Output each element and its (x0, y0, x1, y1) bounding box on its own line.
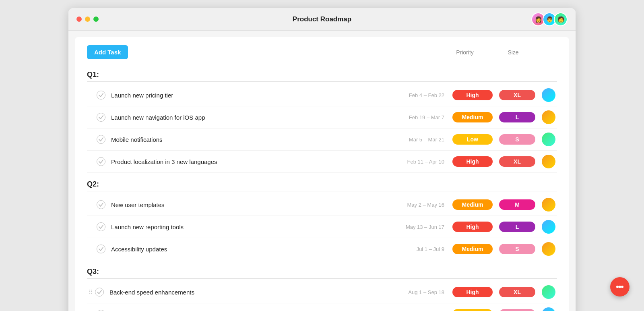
task-row: Accessibility updates Jul 1 – Jul 9 Medi… (87, 238, 557, 260)
task-row: Mobile notifications Mar 5 – Mar 21 Low … (87, 129, 557, 151)
column-headers: Priority Size (443, 49, 557, 56)
maximize-button[interactable] (93, 17, 99, 22)
collaborator-avatar-3: 🧑 (554, 12, 568, 26)
priority-badge[interactable]: High (452, 156, 493, 167)
avatar (542, 285, 555, 299)
section-label-1: Q2: (87, 180, 557, 191)
section-label-2: Q3: (87, 267, 557, 279)
main-content: Add Task Priority Size Q1: Launch new pr… (75, 37, 569, 311)
task-checkbox[interactable] (97, 200, 105, 209)
task-checkbox[interactable] (97, 157, 105, 166)
size-header: Size (491, 49, 535, 56)
section-2: Q3: ⠿ Back-end speed enhancements Aug 1 … (87, 267, 557, 311)
size-badge[interactable]: L (499, 112, 535, 122)
avatar (542, 242, 555, 256)
task-date: Mar 5 – Mar 21 (388, 137, 444, 143)
task-row: Launch new navigation for iOS app Feb 19… (87, 106, 557, 129)
task-row: Launch new reporting tools May 13 – Jun … (87, 216, 557, 238)
section-1: Q2: New user templates May 2 – May 16 Me… (87, 180, 557, 260)
svg-point-0 (616, 286, 619, 288)
fab-button[interactable] (610, 277, 630, 296)
drag-handle[interactable]: ⠿ (89, 289, 93, 295)
add-task-button[interactable]: Add Task (87, 45, 128, 59)
fab-icon (615, 282, 624, 291)
titlebar: Product Roadmap 👩 👨 🧑 (68, 8, 576, 31)
task-name: Launch new pricing tier (111, 92, 388, 99)
size-badge[interactable]: XL (499, 90, 535, 100)
assignee-header (539, 49, 557, 56)
avatar (542, 110, 555, 124)
avatar (542, 307, 555, 311)
size-badge[interactable]: XL (499, 156, 535, 167)
task-name: Accessibility updates (111, 246, 388, 253)
task-row: Custom reporting Sep 9 – Sep 13 Low S (87, 303, 557, 311)
task-name: New user templates (111, 201, 388, 208)
task-date: Aug 1 – Sep 18 (388, 289, 444, 295)
task-name: Launch new reporting tools (111, 224, 388, 230)
traffic-lights (76, 17, 99, 22)
task-checkbox[interactable] (97, 222, 105, 231)
task-date: Jul 1 – Jul 9 (388, 246, 444, 252)
size-badge[interactable]: S (499, 244, 535, 254)
size-badge[interactable]: L (499, 222, 535, 232)
svg-point-2 (621, 286, 623, 288)
task-name: Back-end speed enhancements (109, 289, 388, 296)
section-label-0: Q1: (87, 70, 557, 82)
task-date: Feb 11 – Apr 10 (388, 159, 444, 165)
size-badge[interactable]: XL (499, 287, 535, 297)
avatar (542, 155, 555, 168)
priority-badge[interactable]: High (452, 90, 493, 100)
section-0: Q1: Launch new pricing tier Feb 4 – Feb … (87, 70, 557, 173)
sections-container: Q1: Launch new pricing tier Feb 4 – Feb … (87, 70, 557, 311)
size-badge[interactable]: S (499, 134, 535, 145)
task-date: Feb 4 – Feb 22 (388, 92, 444, 98)
task-name: Launch new navigation for iOS app (111, 114, 388, 121)
window-title: Product Roadmap (293, 15, 351, 23)
task-name: Product localization in 3 new languages (111, 158, 388, 165)
avatar (542, 133, 555, 146)
task-row: ⠿ Back-end speed enhancements Aug 1 – Se… (87, 281, 557, 303)
app-window: Product Roadmap 👩 👨 🧑 Add Task Priority … (68, 8, 576, 311)
priority-badge[interactable]: Medium (452, 244, 493, 254)
size-badge[interactable]: S (499, 309, 535, 311)
priority-header: Priority (443, 49, 487, 56)
task-row: New user templates May 2 – May 16 Medium… (87, 194, 557, 216)
task-name: Mobile notifications (111, 136, 388, 143)
svg-point-1 (619, 286, 621, 288)
priority-badge[interactable]: Medium (452, 112, 493, 122)
task-date: Feb 19 – Mar 7 (388, 114, 444, 120)
task-checkbox[interactable] (97, 113, 105, 122)
avatar (542, 198, 555, 211)
close-button[interactable] (76, 17, 82, 22)
priority-badge[interactable]: Medium (452, 199, 493, 210)
task-row: Product localization in 3 new languages … (87, 151, 557, 173)
size-badge[interactable]: M (499, 199, 535, 210)
minimize-button[interactable] (85, 17, 90, 22)
task-date: May 2 – May 16 (388, 202, 444, 208)
priority-badge[interactable]: High (452, 287, 493, 297)
avatar (542, 88, 555, 102)
task-checkbox[interactable] (95, 288, 104, 296)
collaborators-avatars: 👩 👨 🧑 (534, 12, 568, 26)
task-row: Launch new pricing tier Feb 4 – Feb 22 H… (87, 84, 557, 106)
toolbar: Add Task Priority Size (87, 45, 557, 63)
priority-badge[interactable]: Low (452, 134, 493, 145)
priority-badge[interactable]: High (452, 222, 493, 232)
task-checkbox[interactable] (97, 245, 105, 253)
task-date: May 13 – Jun 17 (388, 224, 444, 230)
task-checkbox[interactable] (97, 91, 105, 100)
avatar (542, 220, 555, 234)
task-checkbox[interactable] (97, 135, 105, 144)
priority-badge[interactable]: Low (452, 309, 493, 311)
